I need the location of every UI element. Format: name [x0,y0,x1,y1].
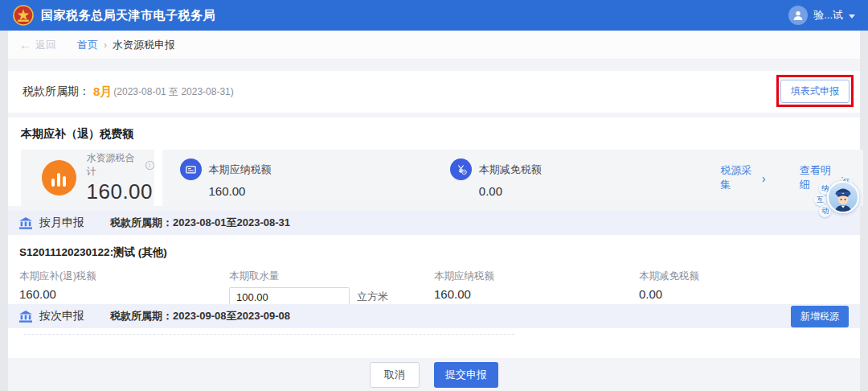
monthly-band-period: 税款所属期：2023-08-01至2023-08-31 [110,216,290,230]
header-bar: 国家税务总局天津市电子税务局 验...试 [0,0,868,31]
tax-source-section: S12011120230122:测试 (其他) 本期应补(退)税额 160.00… [8,235,860,307]
cancel-button[interactable]: 取消 [370,362,420,388]
breadcrumb-separator: › [104,39,107,51]
user-menu[interactable]: 验...试 [788,6,855,25]
chevron-down-icon [849,14,855,19]
summary-card: 本期应补（退）税费额 水资源税合计 i 160.00 [8,117,860,206]
metric-value: 0.00 [479,184,542,198]
monthly-declare-band: 按月申报 税款所属期：2023-08-01至2023-08-31 [8,211,860,235]
total-panel: 水资源税合计 i 160.00 [21,150,154,206]
app-title: 国家税务总局天津市电子税务局 [41,8,215,23]
metric-tax-payable: 本期应纳税额 160.00 [180,158,450,198]
submit-declaration-button[interactable]: 提交申报 [434,362,498,388]
field-current-tax-payable: 本期应纳税额 160.00 [434,270,639,307]
user-name: 验...试 [813,8,843,23]
tax-source-name: S12011120230122:测试 (其他) [19,245,849,260]
national-emblem-logo [13,5,34,26]
tax-officer-mascot-icon [827,181,859,213]
footer-actions: 取消 提交申报 [0,358,868,391]
avatar [788,6,808,25]
total-label: 水资源税合计 [87,151,142,179]
per-time-declare-band: 按次申报 税款所属期：2023-09-08至2023-09-08 新增税源 [8,304,860,328]
metric-label: 本期减免税额 [479,163,542,177]
total-value: 160.00 [87,179,154,204]
link-tax-source-collect[interactable]: 税源采集 › [720,163,766,192]
bank-icon [19,217,32,229]
add-tax-source-button[interactable]: 新增税源 [791,306,849,327]
field-value: 0.00 [639,287,849,301]
field-water-intake: 本期取水量 立方米 [229,270,434,307]
field-label: 本期取水量 [229,270,434,283]
back-link[interactable]: 返回 [35,38,56,52]
receipt-icon [180,158,202,180]
field-label: 本期应纳税额 [434,270,639,283]
bar-chart-icon [42,160,76,196]
mascot-bubble: 互 [814,194,826,206]
form-mode-highlight-annotation: 填表式申报 [776,75,854,107]
user-icon [792,9,805,22]
chevron-right-icon: › [762,172,766,184]
summary-title: 本期应补（退）税费额 [21,127,847,142]
field-current-payable-refund: 本期应补(退)税额 160.00 [19,270,229,307]
period-bar: 税款所属期： 8月 (2023-08-01 至 2023-08-31) 填表式申… [8,71,860,113]
mascot-bubble: 动 [819,205,831,217]
declaration-card: 按月申报 税款所属期：2023-08-01至2023-08-31 S120111… [8,211,860,358]
interaction-mascot-widget[interactable]: 征 纳 互 动 [814,176,859,218]
field-current-tax-reduction: 本期减免税额 0.00 [639,270,849,307]
metric-tax-reduction: 本期减免税额 0.00 [450,158,720,198]
link-label: 税源采集 [720,163,756,192]
period-month: 8月 [93,84,112,100]
field-label: 本期应补(退)税额 [19,270,229,283]
field-label: 本期减免税额 [639,270,849,283]
field-value: 160.00 [19,287,229,301]
page-gutter-right [860,31,868,391]
period-label: 税款所属期： [23,84,90,99]
breadcrumb-current: 水资源税申报 [113,38,175,52]
period-range: (2023-08-01 至 2023-08-31) [113,85,233,99]
form-mode-button[interactable]: 填表式申报 [780,80,850,103]
per-time-band-title: 按次申报 [39,309,84,323]
breadcrumb: ← 返回 首页 › 水资源税申报 [8,31,860,60]
dashed-divider [24,334,514,335]
metric-value: 160.00 [209,184,272,198]
metric-label: 本期应纳税额 [209,163,272,177]
bank-icon [19,311,32,323]
yuan-minus-icon [450,158,472,180]
back-arrow-icon[interactable]: ← [19,38,31,51]
metrics-panel: 本期应纳税额 160.00 本期减免税额 0.00 [162,150,863,206]
field-value: 160.00 [434,287,639,301]
info-icon[interactable]: i [145,161,154,170]
page-gutter-left [0,31,8,391]
breadcrumb-home[interactable]: 首页 [77,38,98,52]
total-label-row: 水资源税合计 i [87,151,154,179]
per-time-band-period: 税款所属期：2023-09-08至2023-09-08 [110,309,290,323]
monthly-band-title: 按月申报 [39,216,84,230]
